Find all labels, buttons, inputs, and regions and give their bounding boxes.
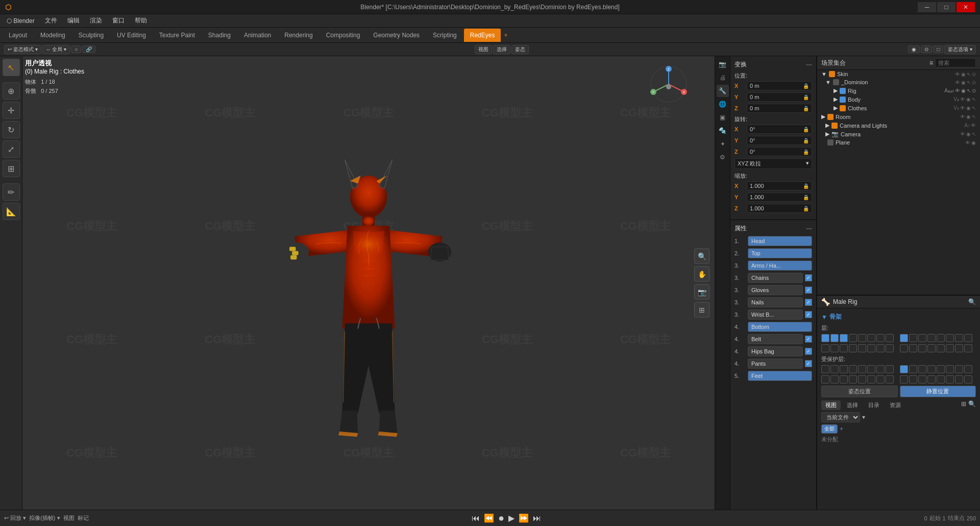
scale-z-value[interactable]: 1.000 🔒 bbox=[747, 204, 812, 213]
player-dot-27[interactable] bbox=[918, 375, 926, 384]
attr-gloves-button[interactable]: Gloves bbox=[748, 285, 803, 295]
player-dot-7[interactable] bbox=[876, 365, 885, 373]
menu-render[interactable]: 渲染 bbox=[86, 15, 106, 26]
scale-tool-button[interactable]: ⤢ bbox=[3, 140, 20, 158]
layer-dot-30[interactable] bbox=[946, 344, 954, 352]
player-dot-6[interactable] bbox=[867, 365, 875, 373]
attr-head-button[interactable]: Head bbox=[748, 236, 812, 246]
layer-dot-18[interactable] bbox=[830, 344, 839, 352]
ry-lock-icon[interactable]: 🔒 bbox=[803, 138, 809, 144]
attr-hipsbag-button[interactable]: Hips Bag bbox=[748, 346, 803, 356]
menu-file[interactable]: 文件 bbox=[41, 15, 61, 26]
body-icon1[interactable]: 👁 bbox=[960, 97, 965, 102]
attr-top-button[interactable]: Top bbox=[748, 248, 812, 258]
overlay-button[interactable]: ⊙ bbox=[921, 45, 932, 53]
pose-position-button[interactable]: 姿态位置 bbox=[821, 386, 898, 397]
attr-gloves-checkbox[interactable]: ✓ bbox=[805, 286, 812, 294]
tab-geometry-nodes[interactable]: Geometry Nodes bbox=[367, 29, 426, 42]
outliner-item-dominion[interactable]: ▼ _Dominion 👁 ◉ ↖ ⊙ bbox=[817, 78, 980, 86]
filter-icon[interactable]: ≡ bbox=[929, 59, 933, 66]
rotation-y-value[interactable]: 0° 🔒 bbox=[747, 136, 812, 145]
jump-start-button[interactable]: ⏮ bbox=[472, 514, 480, 523]
player-dot-23[interactable] bbox=[876, 375, 885, 384]
player-dot-16[interactable] bbox=[964, 365, 972, 373]
layer-dot-19[interactable] bbox=[840, 344, 848, 352]
player-dot-25[interactable] bbox=[900, 375, 908, 384]
physics-props-icon[interactable]: ⚙ bbox=[717, 151, 729, 163]
player-dot-9[interactable] bbox=[900, 365, 908, 373]
camera-icon2[interactable]: ◉ bbox=[966, 131, 971, 137]
layer-dot-27[interactable] bbox=[918, 344, 926, 352]
menu-blender[interactable]: ⬡ Blender bbox=[3, 16, 39, 26]
attr-wristb-checkbox[interactable]: ✓ bbox=[805, 311, 812, 318]
minimize-button[interactable]: ─ bbox=[918, 2, 936, 12]
attr-chains-checkbox[interactable]: ✓ bbox=[805, 274, 812, 281]
position-x-value[interactable]: 0 m 🔒 bbox=[747, 81, 812, 90]
close-button[interactable]: ✕ bbox=[957, 2, 975, 12]
file-add-tag-button[interactable]: + bbox=[840, 425, 843, 433]
viewport[interactable]: CG模型主 CG模型主 CG模型主 CG模型主 CG模型主 CG模型主 CG模型… bbox=[22, 56, 715, 510]
outliner-search[interactable] bbox=[935, 58, 976, 67]
tab-catalog[interactable]: 目录 bbox=[864, 400, 884, 410]
player-dot-8[interactable] bbox=[886, 365, 894, 373]
rig-icon2[interactable]: ◉ bbox=[961, 88, 966, 93]
start-frame[interactable]: 1 bbox=[943, 515, 946, 521]
tab-compositing[interactable]: Compositing bbox=[320, 29, 366, 42]
layer-dot-2[interactable] bbox=[830, 334, 839, 342]
layer-dot-14[interactable] bbox=[946, 334, 954, 342]
layer-dot-8[interactable] bbox=[886, 334, 894, 342]
attr-bottom-button[interactable]: Bottom bbox=[748, 322, 812, 332]
scale-y-value[interactable]: 1.000 🔒 bbox=[747, 193, 812, 202]
file-source-select[interactable]: 当前文件 bbox=[821, 412, 860, 422]
view-menu[interactable]: 视图 bbox=[475, 45, 492, 54]
outliner-item-camera[interactable]: ▶ 📷 Camera 👁 ◉ ↖ bbox=[817, 130, 980, 138]
add-workspace-button[interactable]: + bbox=[504, 32, 507, 39]
camlight-icon1[interactable]: 👁 bbox=[971, 123, 976, 128]
outliner-item-clothes[interactable]: ▶ Clothes V₈ 👁 ◉ ↖ bbox=[817, 104, 980, 112]
rotation-x-value[interactable]: 0° 🔒 bbox=[747, 125, 812, 134]
layer-dot-13[interactable] bbox=[937, 334, 945, 342]
tab-layout[interactable]: Layout bbox=[3, 29, 33, 42]
select-menu[interactable]: 选择 bbox=[493, 45, 510, 54]
skin-eye-icon[interactable]: 👁 bbox=[955, 71, 960, 77]
scene-props-icon[interactable]: 🔧 bbox=[717, 85, 729, 97]
props-search-icon[interactable]: 🔍 bbox=[968, 298, 976, 305]
player-dot-21[interactable] bbox=[858, 375, 866, 384]
player-dot-22[interactable] bbox=[867, 375, 875, 384]
attr-pants-checkbox[interactable]: ✓ bbox=[805, 360, 812, 367]
dominion-render-icon[interactable]: ◉ bbox=[961, 80, 966, 85]
position-z-value[interactable]: 0 m 🔒 bbox=[747, 104, 812, 113]
layer-dot-6[interactable] bbox=[867, 334, 875, 342]
y-lock-icon[interactable]: 🔒 bbox=[803, 94, 809, 100]
outliner-item-room[interactable]: ▶ Room 👁 ◉ ↖ bbox=[817, 112, 980, 121]
player-dot-3[interactable] bbox=[840, 365, 848, 373]
player-dot-4[interactable] bbox=[849, 365, 857, 373]
transform-tool-button[interactable]: ⊞ bbox=[3, 160, 20, 177]
player-dot-20[interactable] bbox=[849, 375, 857, 384]
player-dot-2[interactable] bbox=[830, 365, 839, 373]
move-tool-button[interactable]: ✛ bbox=[3, 102, 20, 119]
attr-wristb-button[interactable]: Wrist B... bbox=[748, 309, 803, 320]
markers-menu[interactable]: 标记 bbox=[78, 514, 89, 522]
attr-nails-checkbox[interactable]: ✓ bbox=[805, 299, 812, 306]
player-dot-13[interactable] bbox=[937, 365, 945, 373]
layer-dot-12[interactable] bbox=[927, 334, 936, 342]
layer-dot-23[interactable] bbox=[876, 344, 885, 352]
player-dot-29[interactable] bbox=[937, 375, 945, 384]
layer-dot-32[interactable] bbox=[964, 344, 972, 352]
player-dot-31[interactable] bbox=[955, 375, 963, 384]
x-lock-icon[interactable]: 🔒 bbox=[803, 83, 809, 89]
proportional-edit[interactable]: ○ bbox=[71, 45, 81, 53]
hand-tool-button[interactable]: ✋ bbox=[694, 267, 709, 282]
layer-dot-1[interactable] bbox=[821, 334, 829, 342]
z-lock-icon[interactable]: 🔒 bbox=[803, 106, 809, 111]
body-icon3[interactable]: ↖ bbox=[972, 97, 976, 102]
layer-dot-4[interactable] bbox=[849, 334, 857, 342]
file-all-tag[interactable]: 全部 bbox=[821, 424, 838, 434]
layer-dot-26[interactable] bbox=[909, 344, 917, 352]
player-dot-28[interactable] bbox=[927, 375, 936, 384]
maximize-button[interactable]: □ bbox=[937, 2, 955, 12]
sy-lock-icon[interactable]: 🔒 bbox=[803, 195, 809, 200]
rotate-tool-button[interactable]: ↻ bbox=[3, 121, 20, 138]
layer-dot-11[interactable] bbox=[918, 334, 926, 342]
